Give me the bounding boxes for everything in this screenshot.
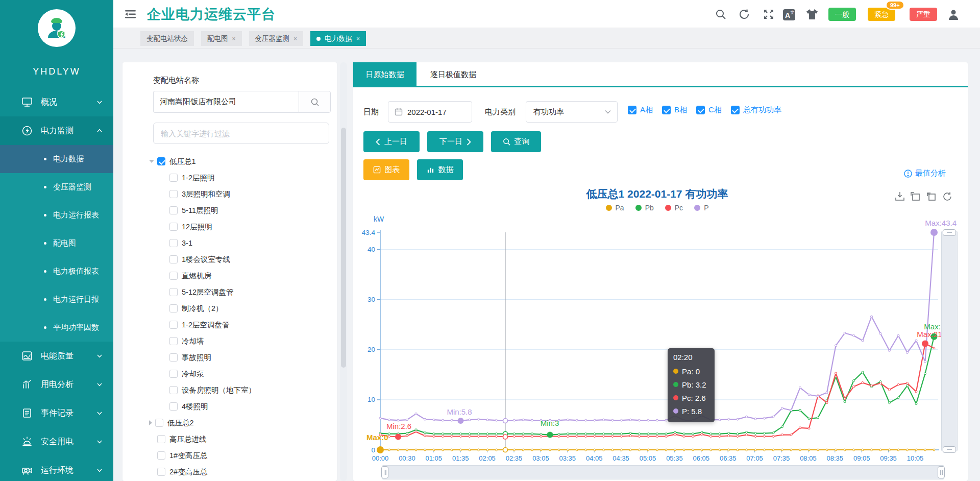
route-tab-变配电站状态[interactable]: 变配电站状态 (140, 31, 194, 46)
sidebar-item-用电分析[interactable]: 用电分析 (0, 370, 113, 399)
tree-checkbox[interactable] (169, 239, 178, 247)
tree-node-事故照明[interactable]: 事故照明 (149, 349, 336, 366)
tree-filter-input[interactable] (153, 123, 329, 144)
tree-node-低压总1[interactable]: 低压总1 (149, 153, 336, 170)
theme-icon[interactable] (805, 8, 819, 21)
sidebar-subitem-平均功率因数[interactable]: 平均功率因数 (0, 314, 113, 342)
translate-icon[interactable]: A文 (782, 8, 796, 21)
tree-node-1-2层照明[interactable]: 1-2层照明 (149, 170, 336, 186)
tree-checkbox[interactable] (157, 468, 165, 476)
date-picker-input[interactable]: 2022-01-17 (388, 101, 472, 123)
route-tab-电力数据[interactable]: 电力数据× (310, 31, 366, 46)
chart-view-button[interactable]: 图表 (363, 159, 409, 180)
tree-node-5-11层照明[interactable]: 5-11层照明 (149, 202, 336, 219)
tree-node-冷却塔[interactable]: 冷却塔 (149, 333, 336, 349)
tree-node-1#变高压总[interactable]: 1#变高压总 (149, 447, 336, 464)
phase-checkbox-A相[interactable]: A相 (628, 105, 653, 115)
x-datazoom-right-handle[interactable] (938, 466, 945, 478)
sidebar-subitem-变压器监测[interactable]: 变压器监测 (0, 173, 113, 201)
tree-node-1楼会议室专线[interactable]: 1楼会议室专线 (149, 251, 336, 268)
alarm-badge-normal[interactable]: 一般 (828, 8, 856, 21)
sidebar-subitem-电力运行日报[interactable]: 电力运行日报 (0, 285, 113, 314)
tree-checkbox[interactable] (169, 321, 178, 329)
sidebar-subitem-电力数据[interactable]: 电力数据 (0, 145, 113, 173)
legend-item-Pc[interactable]: Pc (665, 204, 683, 212)
refresh-icon[interactable] (738, 8, 751, 21)
download-image-icon[interactable] (894, 191, 905, 202)
tree-node-3-1[interactable]: 3-1 (149, 235, 336, 251)
sidebar-item-电力监测[interactable]: 电力监测 (0, 116, 113, 145)
tree-node-12层照明[interactable]: 12层照明 (149, 219, 336, 235)
tree-node-直燃机房[interactable]: 直燃机房 (149, 268, 336, 284)
x-datazoom-left-handle[interactable] (381, 466, 388, 478)
sidebar-item-概况[interactable]: 概况 (0, 88, 113, 116)
tree-checkbox[interactable] (169, 402, 178, 411)
phase-checkbox-B相[interactable]: B相 (662, 105, 687, 115)
tree-checkbox[interactable] (169, 288, 178, 296)
tree-checkbox[interactable] (155, 419, 163, 427)
tree-checkbox[interactable] (169, 353, 178, 362)
tree-node-高压总进线[interactable]: 高压总进线 (149, 431, 336, 447)
search-icon[interactable] (715, 8, 728, 21)
tree-checkbox[interactable] (157, 451, 165, 460)
checkbox[interactable] (696, 106, 705, 114)
tree-checkbox[interactable] (157, 157, 165, 165)
legend-item-Pa[interactable]: Pa (606, 204, 624, 212)
tree-checkbox[interactable] (169, 304, 178, 312)
tree-node-设备房照明（地下室）[interactable]: 设备房照明（地下室） (149, 382, 336, 398)
next-day-button[interactable]: 下一日 (427, 131, 483, 152)
sidebar-item-安全用电[interactable]: 安全用电 (0, 427, 113, 456)
tree-checkbox[interactable] (169, 174, 178, 182)
phase-checkbox-C相[interactable]: C相 (696, 105, 722, 115)
y-datazoom-top-handle[interactable] (943, 229, 956, 236)
chart-refresh-icon[interactable] (942, 191, 953, 202)
phase-checkbox-总有功功率[interactable]: 总有功功率 (731, 105, 781, 115)
legend-item-P[interactable]: P (694, 204, 708, 212)
line-chart-plot[interactable]: 01020304043.4kW00:0000:3001:0501:3502:05… (357, 212, 968, 481)
sidebar-item-运行环境[interactable]: 运行环境 (0, 456, 113, 481)
tree-node-冷却泵[interactable]: 冷却泵 (149, 366, 336, 382)
tree-checkbox[interactable] (169, 206, 178, 214)
checkbox[interactable] (628, 106, 636, 114)
fullscreen-icon[interactable] (763, 8, 776, 21)
tab-daily-extreme-data[interactable]: 逐日极值数据 (416, 62, 490, 87)
power-type-select[interactable]: 有功功率 (526, 101, 618, 123)
user-icon[interactable] (947, 8, 960, 21)
tree-checkbox[interactable] (157, 435, 165, 443)
y-datazoom-bottom-handle[interactable] (943, 446, 956, 453)
zoom-select-icon[interactable] (910, 191, 921, 202)
route-tab-变压器监测[interactable]: 变压器监测× (249, 31, 304, 46)
tree-node-4楼照明[interactable]: 4楼照明 (149, 398, 336, 415)
tree-node-1-2层空调盘管[interactable]: 1-2层空调盘管 (149, 317, 336, 333)
tree-checkbox[interactable] (169, 223, 178, 231)
sidebar-subitem-配电图[interactable]: 配电图 (0, 229, 113, 257)
x-datazoom-slider[interactable] (382, 465, 944, 479)
checkbox[interactable] (662, 106, 671, 114)
sidebar-subitem-电力极值报表[interactable]: 电力极值报表 (0, 257, 113, 285)
tree-caret-icon[interactable] (149, 160, 154, 163)
zoom-restore-icon[interactable] (926, 191, 937, 202)
tree-checkbox[interactable] (169, 190, 178, 198)
checkbox[interactable] (731, 106, 740, 114)
sidebar-item-电能质量[interactable]: 电能质量 (0, 342, 113, 370)
tree-checkbox[interactable] (169, 255, 178, 263)
tree-node-低压总2[interactable]: 低压总2 (149, 415, 336, 431)
max-min-analysis-link[interactable]: 最值分析 (904, 169, 946, 178)
legend-item-Pb[interactable]: Pb (635, 204, 654, 212)
station-name-input[interactable] (153, 91, 299, 113)
route-tab-配电图[interactable]: 配电图× (201, 31, 242, 46)
tree-node-3层照明和空调[interactable]: 3层照明和空调 (149, 186, 336, 202)
alarm-badge-critical[interactable]: 严重 (910, 8, 937, 21)
collapse-menu-icon[interactable] (125, 9, 138, 22)
data-view-button[interactable]: 数据 (417, 159, 463, 180)
close-icon[interactable]: × (232, 35, 236, 42)
tree-node-2#变高压总[interactable]: 2#变高压总 (149, 464, 336, 480)
station-search-button[interactable] (299, 91, 331, 113)
sidebar-item-事件记录[interactable]: 事件记录 (0, 399, 113, 427)
prev-day-button[interactable]: 上一日 (363, 131, 420, 152)
sidebar-subitem-电力运行报表[interactable]: 电力运行报表 (0, 201, 113, 229)
query-button[interactable]: 查询 (491, 131, 541, 152)
close-icon[interactable]: × (356, 35, 360, 42)
tree-checkbox[interactable] (169, 386, 178, 394)
panel-scrollbar-thumb[interactable] (341, 128, 346, 368)
